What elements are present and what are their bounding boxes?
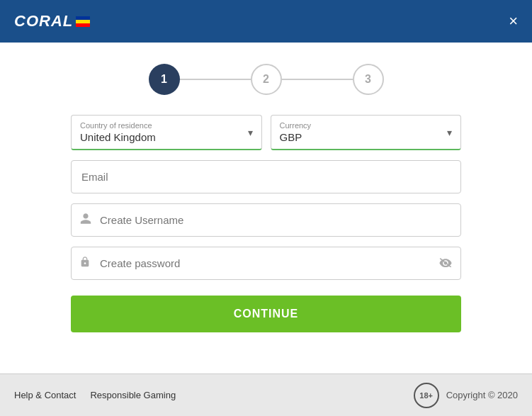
username-input[interactable] <box>71 203 461 237</box>
lock-icon <box>79 255 91 271</box>
step-3: 3 <box>353 64 384 95</box>
country-label: Country of residence <box>80 121 236 130</box>
footer: Help & Contact Responsible Gaming 18+ Co… <box>0 373 532 416</box>
svg-rect-2 <box>76 23 90 27</box>
password-input[interactable] <box>71 247 461 280</box>
email-input[interactable] <box>71 160 461 193</box>
country-currency-row: Country of residence United Kingdom ▾ Cu… <box>71 115 461 150</box>
user-icon <box>79 212 92 228</box>
step-line-1 <box>180 79 251 80</box>
password-wrapper <box>71 247 461 280</box>
continue-button[interactable]: CONTINUE <box>71 296 461 332</box>
form-content: 1 2 3 Country of residence United Kingdo… <box>0 43 532 373</box>
age-badge: 18+ <box>414 383 439 408</box>
step-line-2 <box>282 79 353 80</box>
step-2: 2 <box>251 64 282 95</box>
toggle-password-icon[interactable] <box>438 257 453 271</box>
country-select[interactable]: Country of residence United Kingdom ▾ <box>71 115 262 150</box>
email-wrapper <box>71 160 461 193</box>
footer-links: Help & Contact Responsible Gaming <box>14 390 176 400</box>
modal-container: CORAL × 1 2 3 <box>0 0 532 416</box>
currency-value: GBP <box>280 131 436 143</box>
logo: CORAL <box>14 12 90 30</box>
logo-flag-icon <box>76 16 90 27</box>
responsible-gaming-link[interactable]: Responsible Gaming <box>90 390 176 400</box>
step-1: 1 <box>149 64 180 95</box>
username-wrapper <box>71 203 461 237</box>
currency-select[interactable]: Currency GBP ▾ <box>271 115 462 150</box>
steps-indicator: 1 2 3 <box>71 64 461 95</box>
copyright-text: Copyright © 2020 <box>446 390 518 400</box>
country-value: United Kingdom <box>80 131 236 143</box>
country-field-group: Country of residence United Kingdom ▾ <box>71 115 262 150</box>
close-button[interactable]: × <box>509 13 518 29</box>
currency-label: Currency <box>280 121 436 130</box>
header: CORAL × <box>0 0 532 43</box>
svg-rect-0 <box>76 16 90 20</box>
currency-field-group: Currency GBP ▾ <box>271 115 462 150</box>
footer-right: 18+ Copyright © 2020 <box>414 383 518 408</box>
help-contact-link[interactable]: Help & Contact <box>14 390 76 400</box>
svg-rect-1 <box>76 20 90 23</box>
logo-text: CORAL <box>14 12 73 30</box>
